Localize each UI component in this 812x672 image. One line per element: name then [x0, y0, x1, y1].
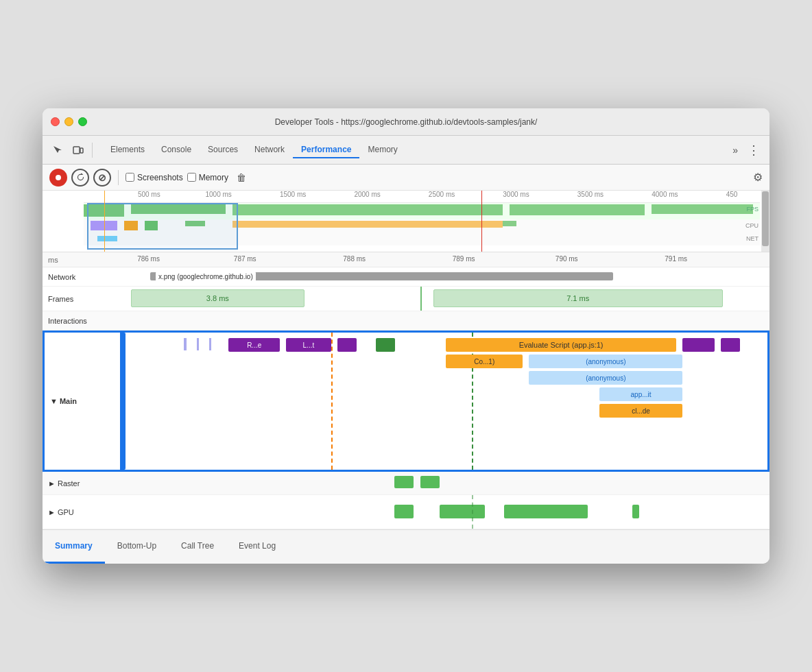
gpu-track-label: ► GPU [43, 508, 118, 516]
screenshots-checkbox-group[interactable]: Screenshots [126, 173, 183, 182]
maximize-button[interactable] [78, 117, 87, 126]
gpu-track-row: ► GPU [43, 495, 769, 529]
ruler-tick-3000: 3000 ms [503, 191, 529, 198]
fps-label: FPS [746, 206, 759, 213]
network-bar: x.png (googlechrome.github.io) [150, 272, 613, 280]
ruler-tick-3500: 3500 ms [577, 191, 604, 198]
record-button[interactable] [49, 169, 67, 187]
blue-indicator [120, 333, 126, 470]
settings-icon[interactable]: ⚙ [753, 171, 763, 184]
ruler-tick-450: 450 [726, 191, 738, 198]
main-label-text: ▼ Main [50, 397, 77, 405]
raster-bar-2 [420, 476, 440, 488]
more-tabs-icon[interactable]: » [728, 142, 742, 158]
detail-ruler: ms 786 ms 787 ms 788 ms 789 ms 790 ms 79… [43, 252, 769, 267]
small-bar-3 [209, 338, 211, 350]
inspect-icon[interactable] [48, 141, 67, 160]
frame-divider [420, 287, 422, 311]
fps-bar-2 [131, 204, 226, 214]
fps-bar-4 [510, 204, 645, 215]
block-anon-2: (anonymous) [529, 371, 682, 385]
traffic-lights [51, 117, 87, 126]
screenshots-checkbox[interactable] [126, 173, 134, 182]
trash-icon[interactable]: 🗑 [232, 171, 250, 184]
scrollbar-thumb [762, 191, 769, 246]
block-lt: L...t [286, 338, 331, 352]
main-track-content: R...e L...t Evaluate Script (app.js:1) C… [120, 333, 759, 470]
tab-console[interactable]: Console [153, 142, 200, 158]
interactions-label-text: Interactions [48, 317, 87, 325]
tick-788: 788 ms [343, 255, 366, 263]
tab-sources[interactable]: Sources [200, 142, 246, 158]
cpu-seg-3 [145, 221, 158, 230]
cpu-seg-6 [503, 221, 516, 226]
gpu-track-content [118, 495, 761, 529]
tab-call-tree[interactable]: Call Tree [169, 530, 226, 564]
frame2-value: 7.1 ms [566, 294, 589, 302]
gpu-dashed-line [472, 495, 473, 529]
raster-track-content [118, 472, 761, 494]
gpu-bar-2 [440, 505, 485, 518]
network-track-row: Network x.png (googlechrome.github.io) [43, 267, 769, 287]
bottom-tabs: Summary Bottom-Up Call Tree Event Log [43, 529, 769, 564]
divider-2 [118, 170, 119, 185]
tab-performance[interactable]: Performance [293, 142, 359, 158]
detail-panel: Network x.png (googlechrome.github.io) F… [43, 267, 769, 529]
ruler-tick-4000: 4000 ms [652, 191, 678, 198]
fps-bar-3 [232, 204, 503, 215]
tab-bottom-up[interactable]: Bottom-Up [105, 530, 169, 564]
frame1-value: 3.8 ms [206, 294, 229, 302]
memory-checkbox[interactable] [187, 173, 196, 182]
ruler-tick-1500: 1500 ms [280, 191, 306, 198]
divider-1 [92, 143, 93, 158]
menu-dots-icon[interactable]: ⋮ [743, 140, 764, 160]
frames-label-text: Frames [48, 295, 73, 303]
block-clde: cl...de [599, 404, 682, 418]
raster-bar-1 [394, 476, 414, 488]
cpu-seg-5 [232, 221, 503, 228]
ruler-tick-2000: 2000 ms [354, 191, 380, 198]
block-small-green-1 [376, 338, 395, 352]
tick-786: 786 ms [137, 255, 160, 263]
dashed-line-orange [331, 333, 333, 470]
cpu-track [84, 219, 760, 233]
frames-track-label: Frames [43, 295, 118, 303]
tab-network[interactable]: Network [246, 142, 293, 158]
red-timeline-line [481, 191, 482, 252]
net-track [84, 233, 760, 245]
tick-791: 791 ms [665, 255, 687, 263]
gpu-bar-3 [504, 505, 588, 518]
device-mode-icon[interactable] [69, 141, 88, 160]
memory-checkbox-group[interactable]: Memory [187, 173, 228, 182]
tab-memory[interactable]: Memory [359, 142, 405, 158]
minimize-button[interactable] [64, 117, 73, 126]
main-track-wrapper: ▼ Main R...e L...t [43, 331, 769, 472]
screenshots-label: Screenshots [137, 173, 183, 182]
overview-scrollbar[interactable] [761, 191, 769, 252]
block-appit: app...it [599, 387, 682, 401]
tab-summary[interactable]: Summary [43, 530, 105, 564]
tick-787: 787 ms [234, 255, 256, 263]
reload-button[interactable] [71, 169, 89, 187]
main-track-inner: ▼ Main R...e L...t [45, 333, 767, 470]
clear-button[interactable]: ⊘ [93, 169, 111, 187]
title-bar: Developer Tools - https://googlechrome.g… [43, 108, 769, 136]
tab-elements[interactable]: Elements [102, 142, 153, 158]
overview-ruler: 500 ms 1000 ms 1500 ms 2000 ms 2500 ms 3… [84, 191, 760, 203]
network-label-text: Network [48, 273, 75, 281]
tab-event-log[interactable]: Event Log [226, 530, 288, 564]
small-bar-2 [197, 338, 199, 350]
timeline-overview[interactable]: 500 ms 1000 ms 1500 ms 2000 ms 2500 ms 3… [43, 191, 769, 252]
interactions-track-content [118, 311, 761, 330]
detail-ruler-ticks: 786 ms 787 ms 788 ms 789 ms 790 ms 791 m… [118, 252, 761, 267]
devtools-window: Developer Tools - https://googlechrome.g… [43, 108, 769, 564]
tab-bar: Elements Console Sources Network Perform… [97, 142, 727, 158]
window-title: Developer Tools - https://googlechrome.g… [275, 117, 538, 127]
gpu-bar-4 [632, 505, 638, 518]
block-small-purple-2 [682, 338, 715, 352]
close-button[interactable] [51, 117, 60, 126]
controls-bar: ⊘ Screenshots Memory 🗑 ⚙ [43, 165, 769, 191]
block-co1: Co...1) [446, 355, 523, 368]
toolbar: Elements Console Sources Network Perform… [43, 136, 769, 165]
net-bar [97, 236, 118, 241]
